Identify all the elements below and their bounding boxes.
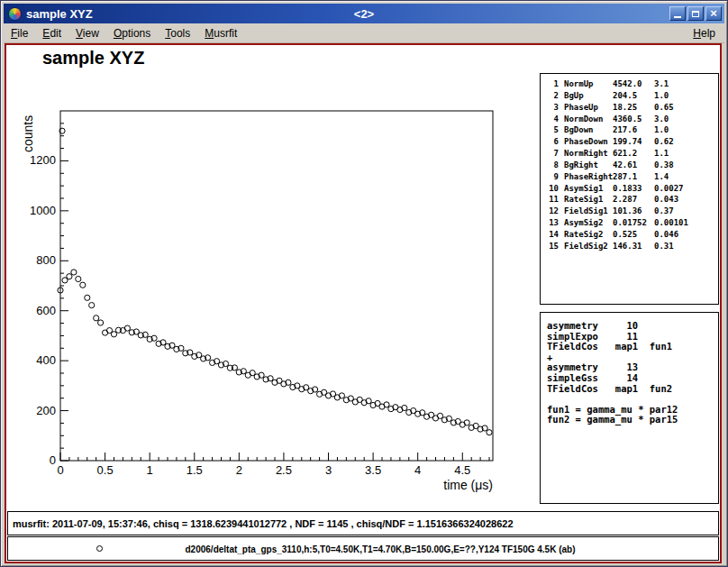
param-name: RateSig1 bbox=[564, 194, 613, 206]
fit-info-text: musrfit: 2011-07-09, 15:37:46, chisq = 1… bbox=[13, 518, 514, 529]
window-title: sample XYZ bbox=[26, 7, 93, 21]
param-error: 0.00101 bbox=[654, 217, 718, 229]
menu-item-file[interactable]: File bbox=[4, 24, 35, 42]
param-num: 15 bbox=[546, 241, 559, 252]
param-row: 6PhaseDown199.740.62 bbox=[546, 136, 718, 148]
param-value: 0.01752 bbox=[613, 217, 654, 229]
param-name: NormDown bbox=[564, 114, 613, 125]
param-num: 3 bbox=[546, 102, 559, 114]
param-num: 5 bbox=[546, 124, 559, 136]
param-row: 5BgDown217.61.0 bbox=[546, 124, 718, 136]
menu-item-musrfit[interactable]: Musrfit bbox=[197, 24, 244, 42]
param-error: 1.1 bbox=[654, 148, 718, 160]
param-value: 4542.0 bbox=[613, 78, 654, 90]
param-num: 1 bbox=[546, 78, 559, 90]
param-name: PhaseRight bbox=[564, 171, 613, 183]
param-row: 12FieldSig1101.360.37 bbox=[546, 206, 718, 217]
param-row: 9PhaseRight287.11.4 bbox=[546, 171, 718, 183]
param-value: 42.61 bbox=[613, 160, 654, 171]
param-error: 0.65 bbox=[654, 102, 718, 114]
svg-text:0: 0 bbox=[57, 463, 63, 477]
svg-text:3.5: 3.5 bbox=[365, 463, 381, 477]
param-num: 12 bbox=[546, 206, 559, 217]
menu-item-options[interactable]: Options bbox=[106, 24, 158, 42]
param-num: 9 bbox=[546, 171, 559, 183]
param-value: 101.36 bbox=[613, 206, 654, 217]
minimize-icon bbox=[674, 16, 681, 18]
svg-text:200: 200 bbox=[36, 404, 56, 417]
svg-text:0.5: 0.5 bbox=[97, 463, 114, 477]
param-row: 10AsymSig10.18330.0027 bbox=[546, 183, 718, 195]
param-value: 0.525 bbox=[613, 229, 654, 241]
chart-points bbox=[58, 128, 492, 435]
svg-text:0: 0 bbox=[50, 453, 56, 467]
window-title-center: <2> bbox=[354, 7, 374, 21]
data-point bbox=[98, 320, 104, 325]
data-point bbox=[111, 332, 116, 337]
theory-line: TFieldCos map1 fun1 bbox=[547, 342, 718, 352]
param-num: 8 bbox=[546, 160, 559, 171]
svg-text:2: 2 bbox=[236, 463, 242, 477]
svg-text:1000: 1000 bbox=[30, 204, 56, 217]
svg-text:1200: 1200 bbox=[30, 153, 56, 167]
param-row: 2BgUp204.51.0 bbox=[546, 90, 718, 102]
theory-line: asymmetry 10 bbox=[547, 321, 718, 332]
fit-info-box: musrfit: 2011-07-09, 15:37:46, chisq = 1… bbox=[7, 511, 719, 535]
menubar: File Edit View Options Tools Musrfit Hel… bbox=[4, 23, 724, 43]
menu-item-help[interactable]: Help bbox=[684, 24, 724, 42]
param-name: BgDown bbox=[564, 124, 613, 136]
menu-item-edit[interactable]: Edit bbox=[35, 24, 68, 42]
param-error: 0.046 bbox=[654, 229, 718, 241]
app-icon bbox=[8, 7, 22, 21]
y-axis-label: counts bbox=[21, 115, 35, 152]
param-num: 11 bbox=[546, 194, 559, 206]
maximize-icon bbox=[692, 11, 699, 17]
chart-labels: 00.511.522.533.544.502004006008001000120… bbox=[21, 115, 493, 492]
theory-line: TFieldCos map1 fun2 bbox=[547, 384, 718, 395]
param-value: 2.287 bbox=[613, 194, 654, 206]
titlebar[interactable]: sample XYZ <2> × bbox=[4, 4, 724, 23]
param-error: 0.31 bbox=[654, 241, 718, 252]
run-legend-text: d2006/deltat_pta_gps_3110,h:5,T0=4.50K,T… bbox=[8, 544, 718, 554]
minimize-button[interactable] bbox=[669, 6, 686, 21]
maximize-button[interactable] bbox=[687, 6, 704, 21]
param-name: BgRight bbox=[564, 160, 613, 171]
chart[interactable]: 00.511.522.533.544.502004006008001000120… bbox=[6, 45, 511, 510]
param-row: 7NormRight621.21.1 bbox=[546, 148, 718, 160]
param-row: 13AsymSig20.017520.00101 bbox=[546, 217, 718, 229]
menu-item-tools[interactable]: Tools bbox=[158, 24, 197, 42]
data-point bbox=[85, 295, 90, 300]
param-value: 146.31 bbox=[613, 241, 654, 252]
param-name: AsymSig2 bbox=[564, 217, 613, 229]
close-button[interactable]: × bbox=[705, 6, 722, 21]
run-legend-box: d2006/deltat_pta_gps_3110,h:5,T0=4.50K,T… bbox=[7, 536, 719, 561]
root-canvas[interactable]: sample XYZ 00.511.522.533.544.5020040060… bbox=[5, 43, 722, 563]
param-num: 2 bbox=[546, 90, 559, 102]
window: sample XYZ <2> × File Edit View Options … bbox=[0, 0, 728, 567]
close-icon: × bbox=[710, 8, 717, 19]
param-value: 18.25 bbox=[613, 102, 654, 114]
theory-panel: asymmetry 10simplExpo 11TFieldCos map1 f… bbox=[540, 312, 719, 504]
param-error: 0.38 bbox=[654, 160, 718, 171]
param-error: 1.4 bbox=[654, 171, 718, 183]
param-error: 1.0 bbox=[654, 124, 718, 136]
menu-item-view[interactable]: View bbox=[68, 24, 106, 42]
param-name: RateSig2 bbox=[564, 229, 613, 241]
param-num: 14 bbox=[546, 229, 559, 241]
param-num: 13 bbox=[546, 217, 559, 229]
data-point bbox=[94, 316, 99, 321]
svg-text:800: 800 bbox=[36, 253, 56, 267]
param-name: NormUp bbox=[564, 78, 613, 90]
param-name: PhaseUp bbox=[564, 102, 613, 114]
svg-text:1.5: 1.5 bbox=[187, 463, 203, 477]
chart-axes bbox=[60, 111, 493, 461]
svg-text:4: 4 bbox=[414, 463, 421, 477]
param-name: FieldSig1 bbox=[564, 206, 613, 217]
param-row: 11RateSig12.2870.043 bbox=[546, 194, 718, 206]
x-axis-label: time (μs) bbox=[443, 478, 493, 492]
param-row: 8BgRight42.610.38 bbox=[546, 160, 718, 171]
parameter-panel: 1NormUp4542.03.12BgUp204.51.03PhaseUp18.… bbox=[540, 73, 719, 305]
param-error: 0.043 bbox=[654, 194, 718, 206]
svg-text:600: 600 bbox=[36, 304, 56, 317]
param-name: FieldSig2 bbox=[564, 241, 613, 252]
